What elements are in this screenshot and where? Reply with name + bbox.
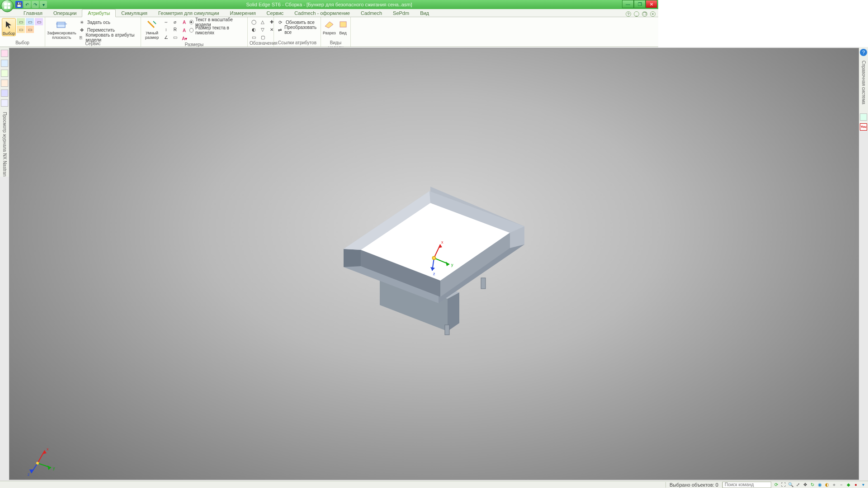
save-icon[interactable]: 💾 [15, 1, 23, 8]
group-label-select: Выбор [2, 40, 43, 47]
group-label-service: Сервис [47, 41, 139, 47]
ribbon-tabstrip: Главная Операции Атрибуты Симуляция Геом… [0, 9, 658, 17]
annot-1-icon[interactable]: ◯ [250, 18, 258, 25]
svg-rect-17 [445, 325, 449, 335]
tab-service[interactable]: Сервис [261, 9, 289, 17]
tab-view[interactable]: Вид [415, 9, 434, 17]
dim-tool-2-icon[interactable]: ↕ [162, 26, 170, 33]
dim-tool-5-icon[interactable]: R [171, 26, 179, 33]
text-pixel-size-radio[interactable]: AРазмер текста в пикселях [180, 27, 245, 34]
undo-icon[interactable]: ↶ [24, 1, 31, 8]
3d-model: x y z [326, 150, 542, 344]
svg-text:z: z [433, 272, 435, 276]
dim-tool-1-icon[interactable]: ↔ [162, 18, 170, 25]
left-tool-6-icon[interactable] [1, 99, 8, 107]
section-button[interactable]: Разрез [323, 18, 336, 35]
select-label: Выбор [3, 31, 15, 36]
annot-2-icon[interactable]: ◐ [250, 26, 258, 33]
quick-access-toolbar: 💾 ↶ ↷ ▾ [15, 1, 47, 8]
text-model-scale-radio[interactable]: AТекст в масштабе модели [180, 19, 245, 26]
left-tool-5-icon[interactable] [1, 89, 8, 97]
axis-icon: ✳ [78, 19, 85, 26]
select-filter-2-icon[interactable]: ▭ [17, 26, 25, 33]
svg-text:x: x [441, 240, 443, 244]
copy-attrs-button[interactable]: ⎘Копировать в атрибуты модели [77, 34, 139, 41]
left-tool-2-icon[interactable] [1, 60, 8, 67]
tab-sepdm[interactable]: SePdm [387, 9, 415, 17]
fix-plane-button[interactable]: Зафиксировать плоскость [47, 18, 76, 40]
convert-all-button[interactable]: ⇄Преобразовать все [276, 26, 319, 33]
title-bar: 💾 ↶ ↷ ▾ Solid Edge ST6 - Сборка - [Бунке… [0, 0, 658, 9]
svg-rect-1 [340, 22, 346, 27]
left-tool-3-icon[interactable] [1, 70, 8, 77]
group-label-annot: Обозначения [250, 41, 272, 47]
text-size-dropdown[interactable]: A▾ [180, 35, 245, 42]
convert-icon: ⇄ [277, 26, 283, 33]
mdi-restore-icon[interactable]: ❐ [642, 11, 647, 17]
svg-rect-0 [57, 22, 65, 28]
section-label: Разрез [323, 31, 336, 35]
fix-plane-label: Зафиксировать плоскость [47, 31, 76, 40]
smart-dim-label: Умный размер [143, 31, 161, 40]
dim-tool-3-icon[interactable]: ∠ [162, 33, 170, 41]
radio-on-icon [189, 20, 193, 24]
ribbon: Выбор ▭ ▭ ▭ ▭ ▭ Выбор Зафиксировать плос… [0, 17, 658, 47]
tab-measure[interactable]: Измерения [225, 9, 261, 17]
help-icon[interactable]: ? [626, 11, 631, 17]
group-label-dims: Размеры [143, 42, 245, 47]
annot-3-icon[interactable]: ▭ [250, 33, 258, 41]
svg-marker-10 [344, 249, 361, 267]
mdi-minimize-icon[interactable]: _ [634, 11, 639, 17]
select-filter-1-icon[interactable]: ▭ [17, 18, 25, 25]
tab-cadmech-style[interactable]: Cadmech - оформление [289, 9, 355, 17]
left-tool-4-icon[interactable] [1, 80, 8, 87]
minimize-button[interactable]: — [622, 0, 634, 8]
copy-icon: ⎘ [78, 34, 84, 41]
annot-4-icon[interactable]: △ [259, 18, 267, 25]
svg-point-24 [432, 256, 436, 260]
svg-rect-16 [481, 278, 486, 289]
redo-icon[interactable]: ↷ [32, 1, 39, 8]
close-button[interactable]: ✕ [646, 0, 657, 8]
view-label: Вид [340, 31, 347, 35]
dim-tool-6-icon[interactable]: ▭ [171, 33, 179, 41]
tab-attributes[interactable]: Атрибуты [82, 9, 116, 17]
select-button[interactable]: Выбор [2, 18, 16, 36]
refresh-icon: ⟳ [277, 19, 284, 26]
select-filter-3-icon[interactable]: ▭ [26, 18, 34, 25]
left-panel-title[interactable]: Просмотр журнала NX Nastran [2, 112, 7, 177]
group-label-links: Ссылки атрибутов [276, 40, 319, 47]
svg-text:y: y [451, 263, 453, 267]
move-icon: ✥ [78, 26, 85, 33]
set-axis-button[interactable]: ✳Задать ось [77, 19, 139, 26]
group-label-views: Виды модели [323, 40, 349, 47]
window-title: Solid Edge ST6 - Сборка - [Бункер для бе… [246, 2, 412, 7]
view-button[interactable]: Вид [337, 18, 349, 35]
qat-dropdown-icon[interactable]: ▾ [40, 1, 47, 8]
radio-off-icon [189, 28, 193, 33]
select-filter-4-icon[interactable]: ▭ [26, 26, 34, 33]
maximize-button[interactable]: ❐ [634, 0, 646, 8]
dim-tool-4-icon[interactable]: ⌀ [171, 18, 179, 25]
select-filter-5-icon[interactable]: ▭ [35, 18, 43, 25]
3d-viewport[interactable]: x y z x y z [9, 48, 658, 369]
smart-dimension-button[interactable]: Умный размер [143, 18, 161, 40]
left-toolbar: Просмотр журнала NX Nastran [0, 47, 9, 177]
annot-6-icon[interactable]: ▢ [259, 33, 267, 41]
tab-home[interactable]: Главная [18, 9, 48, 17]
mdi-close-icon[interactable]: × [650, 11, 656, 17]
tab-cadmech[interactable]: Cadmech [355, 9, 387, 17]
tab-sim-geometry[interactable]: Геометрия для симуляции [153, 9, 225, 17]
app-menu-orb[interactable] [1, 0, 14, 12]
tab-operations[interactable]: Операции [48, 9, 82, 17]
tab-simulation[interactable]: Симуляция [116, 9, 153, 17]
annot-5-icon[interactable]: ▽ [259, 26, 267, 33]
left-tool-1-icon[interactable] [1, 50, 8, 57]
workspace: Просмотр журнала NX Nastran [0, 47, 658, 369]
